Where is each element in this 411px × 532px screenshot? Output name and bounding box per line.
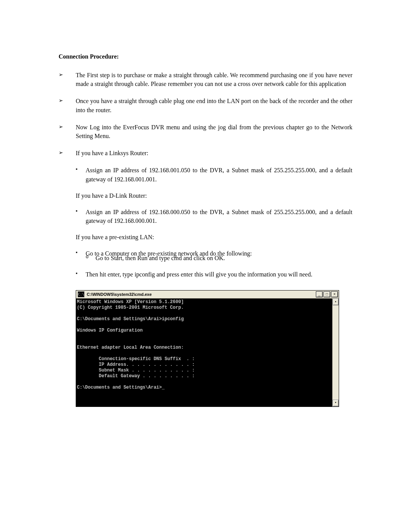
chevron-right-icon: ➢	[59, 71, 76, 88]
cmd-icon: C:\	[78, 291, 84, 297]
sub-bullet-text: Assign an IP address of 192.168.000.050 …	[86, 208, 352, 225]
bullet-item: ➢ Once you have a straight through cable…	[59, 97, 352, 114]
section-heading: Connection Procedure:	[59, 53, 352, 60]
square-bullet-icon: ▪	[76, 270, 86, 279]
chevron-right-icon: ➢	[59, 149, 76, 157]
bullet-text: If you have a Linksys Router:	[76, 149, 352, 157]
scrollbar[interactable]: ▴ ▾	[332, 299, 339, 407]
circle-bullet-icon: o	[86, 254, 96, 262]
cmd-title: C:\WINDOWS\system32\cmd.exe	[87, 292, 315, 297]
square-bullet-icon: ▪	[76, 249, 86, 258]
cmd-titlebar: C:\ C:\WINDOWS\system32\cmd.exe _ □ ×	[76, 291, 339, 299]
square-bullet-icon: ▪	[76, 166, 86, 183]
cmd-body-wrap: Microsoft Windows XP [Version 5.1.2600] …	[76, 299, 339, 407]
bullet-text: Now Log into the EverFocus DVR menu and …	[76, 123, 352, 140]
scroll-track[interactable]	[333, 305, 339, 400]
sub-content: ▪ Assign an IP address of 192.168.001.05…	[76, 166, 352, 279]
maximize-button[interactable]: □	[323, 291, 330, 297]
bullet-text: Once you have a straight through cable p…	[76, 97, 352, 114]
sub-bullet-item: ▪ Then hit enter, type ipconfig and pres…	[76, 270, 352, 279]
sub-bullet-item: ▪ Assign an IP address of 192.168.000.05…	[76, 208, 352, 225]
router-label: If you have a D-Link Router:	[76, 191, 352, 200]
router-label: If you have a pre-existing LAN:	[76, 233, 352, 241]
square-bullet-icon: ▪	[76, 208, 86, 225]
sub-bullet-item: ▪ Assign an IP address of 192.168.001.05…	[76, 166, 352, 183]
sub-bullet-text: Then hit enter, type ipconfig and press …	[86, 270, 352, 279]
bullet-item: ➢ Now Log into the EverFocus DVR menu an…	[59, 123, 352, 140]
bullet-text: The First step is to purchase or make a …	[76, 71, 352, 88]
sub-sub-bullet-text: Go to Start, then Run and type cmd and c…	[96, 254, 225, 262]
close-button[interactable]: ×	[331, 291, 338, 297]
scroll-down-icon[interactable]: ▾	[333, 400, 339, 407]
cmd-output[interactable]: Microsoft Windows XP [Version 5.1.2600] …	[76, 299, 332, 407]
bullet-item: ➢ The First step is to purchase or make …	[59, 71, 352, 88]
bullet-item: ➢ If you have a Linksys Router:	[59, 149, 352, 157]
chevron-right-icon: ➢	[59, 97, 76, 114]
minimize-button[interactable]: _	[316, 291, 323, 297]
document-page: Connection Procedure: ➢ The First step i…	[0, 0, 411, 532]
sub-bullet-text: Assign an IP address of 192.168.001.050 …	[86, 166, 352, 183]
cmd-window: C:\ C:\WINDOWS\system32\cmd.exe _ □ × Mi…	[76, 290, 339, 407]
chevron-right-icon: ➢	[59, 123, 76, 140]
scroll-up-icon[interactable]: ▴	[333, 299, 339, 305]
